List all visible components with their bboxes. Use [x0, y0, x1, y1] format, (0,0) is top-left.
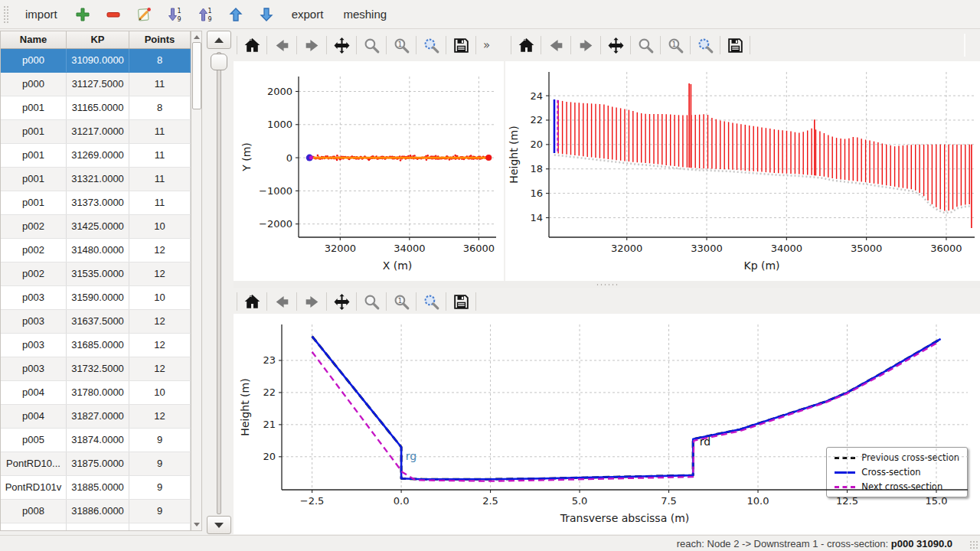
- zoom-icon: [636, 36, 655, 55]
- xy-plot-toolbar: 1»: [234, 31, 495, 59]
- toolbar-separator: [296, 36, 297, 54]
- table-row[interactable]: p00331732.500012: [1, 357, 191, 381]
- toolbar-overflow-button[interactable]: »: [479, 38, 495, 52]
- table-row[interactable]: p00431827.000012: [1, 405, 191, 429]
- save-button[interactable]: [449, 33, 473, 57]
- svg-text:1: 1: [397, 296, 401, 304]
- back-button[interactable]: [270, 33, 294, 57]
- table-cell: 31535.0000: [67, 262, 129, 285]
- zoom-button[interactable]: [359, 289, 384, 314]
- svg-text:34000: 34000: [771, 243, 802, 254]
- table-row[interactable]: p00131269.000011: [1, 144, 191, 168]
- svg-text:35000: 35000: [851, 243, 882, 254]
- table-row[interactable]: p00331637.500012: [1, 310, 191, 334]
- svg-text:22: 22: [263, 386, 276, 398]
- table-cell: 31875.0000: [67, 452, 129, 475]
- table-cell: 31373.0000: [67, 191, 129, 214]
- xy-plot-canvas[interactable]: 320003400036000−2000−1000010002000X (m)Y…: [234, 61, 504, 281]
- table-row[interactable]: p00131217.000011: [1, 120, 191, 144]
- forward-button[interactable]: [299, 33, 324, 57]
- toolbar-separator: [750, 36, 750, 54]
- table-row[interactable]: p00331685.000012: [1, 334, 191, 357]
- remove-button[interactable]: [100, 2, 126, 27]
- zoom-one-button[interactable]: 1: [663, 33, 688, 57]
- zoom-button[interactable]: [633, 33, 658, 57]
- back-button[interactable]: [270, 289, 294, 314]
- slider-up-button[interactable]: [207, 31, 231, 49]
- save-icon: [726, 36, 745, 55]
- export-button[interactable]: export: [284, 3, 332, 25]
- zoom-fit-button[interactable]: [693, 33, 717, 57]
- add-button[interactable]: [70, 2, 96, 27]
- move-up-button[interactable]: [223, 2, 249, 27]
- slider-down-button[interactable]: [207, 516, 231, 534]
- svg-text:12.5: 12.5: [836, 495, 858, 507]
- scrollbar-thumb[interactable]: [192, 42, 201, 109]
- table-row[interactable]: p00831886.00009: [1, 500, 191, 523]
- table-row[interactable]: p00031127.500011: [1, 73, 191, 96]
- meshing-button[interactable]: meshing: [335, 3, 394, 25]
- home-button[interactable]: [240, 289, 264, 314]
- table-row[interactable]: p00231535.000012: [1, 262, 191, 286]
- table-row[interactable]: p00431780.000010: [1, 381, 191, 405]
- move-down-button[interactable]: [253, 2, 279, 27]
- table-row[interactable]: p00131373.000011: [1, 191, 191, 215]
- column-header-kp[interactable]: KP: [67, 31, 129, 48]
- table-row[interactable]: p00131165.00008: [1, 96, 191, 120]
- table-cell: p003: [1, 310, 67, 333]
- table-row-selected[interactable]: p00031090.00008: [1, 49, 191, 73]
- scroll-down-arrow[interactable]: [194, 523, 200, 527]
- zoom-fit-button[interactable]: [419, 33, 443, 57]
- zoom-one-button[interactable]: 1: [389, 33, 413, 57]
- remove-icon: [104, 5, 122, 24]
- sort-ascending-button[interactable]: 19: [192, 2, 218, 27]
- table-scrollbar[interactable]: [191, 31, 202, 531]
- table-row[interactable]: PontRD10...31875.00009: [1, 452, 191, 476]
- profile-plot-canvas[interactable]: 3200033000340003500036000141618202224Kp …: [505, 61, 980, 281]
- pan-button[interactable]: [329, 33, 354, 57]
- column-header-points[interactable]: Points: [129, 31, 191, 48]
- svg-text:20: 20: [263, 451, 276, 462]
- toolbar-separator: [416, 292, 416, 311]
- column-header-name[interactable]: Name: [1, 31, 67, 48]
- scroll-up-arrow[interactable]: [194, 35, 200, 39]
- table-row[interactable]: p00531874.00009: [1, 429, 191, 452]
- splitter-handle-dots: [596, 283, 619, 286]
- toolbar-drag-handle[interactable]: [3, 5, 8, 24]
- table-row[interactable]: p00231425.000010: [1, 215, 191, 239]
- resize-grip[interactable]: [969, 540, 978, 549]
- save-button[interactable]: [449, 289, 473, 314]
- table-row[interactable]: p00331590.000010: [1, 286, 191, 310]
- table-row[interactable]: PontRD101v31885.00009: [1, 476, 191, 500]
- slider-thumb[interactable]: [211, 54, 227, 70]
- zoom-button[interactable]: [359, 33, 384, 57]
- pan-button[interactable]: [329, 289, 354, 314]
- svg-text:Height (m): Height (m): [508, 126, 520, 183]
- table-cell: 9: [129, 429, 191, 452]
- home-button[interactable]: [514, 33, 538, 57]
- section-plot-canvas[interactable]: Previous cross-sectionCross-sectionNext …: [234, 314, 980, 534]
- sort-descending-button[interactable]: 19: [162, 2, 188, 27]
- horizontal-splitter[interactable]: [234, 281, 980, 288]
- forward-button[interactable]: [299, 289, 324, 314]
- back-button[interactable]: [544, 33, 568, 57]
- table-cell: p004: [1, 381, 67, 404]
- zoom-fit-button[interactable]: [419, 289, 443, 314]
- save-button[interactable]: [723, 33, 747, 57]
- table-cell: 8: [129, 96, 191, 119]
- forward-button[interactable]: [573, 33, 598, 57]
- zoom-one-button[interactable]: 1: [389, 289, 413, 314]
- svg-text:16: 16: [530, 187, 543, 199]
- home-button[interactable]: [240, 33, 264, 57]
- import-button[interactable]: import: [18, 3, 65, 25]
- edit-button[interactable]: [131, 2, 157, 27]
- table-row[interactable]: p00231480.000012: [1, 239, 191, 262]
- table-cell: 31165.0000: [67, 96, 129, 119]
- toolbar-separator: [266, 292, 267, 311]
- table-row[interactable]: p00131321.000011: [1, 168, 191, 191]
- slider-track[interactable]: [217, 52, 221, 514]
- pan-button[interactable]: [603, 33, 628, 57]
- table-row[interactable]: p00831929.000013: [1, 523, 191, 531]
- table-cell: 31874.0000: [67, 429, 129, 452]
- back-icon: [273, 292, 292, 311]
